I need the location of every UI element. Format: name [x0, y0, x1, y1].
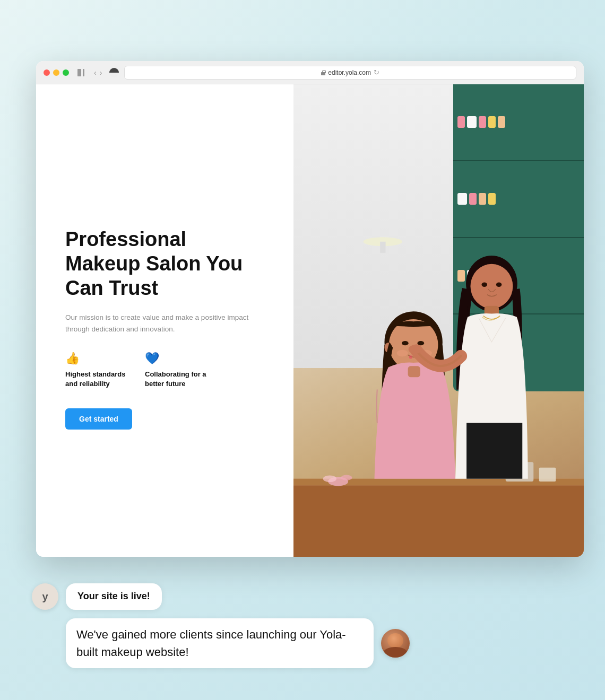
svg-point-26	[409, 355, 412, 358]
svg-point-7	[341, 475, 352, 480]
svg-point-16	[397, 350, 408, 357]
features-row: 👍 Highest standards and reliability 💙 Co…	[65, 352, 267, 389]
reload-icon[interactable]: ↻	[374, 68, 379, 76]
theme-icon	[109, 68, 119, 77]
svg-rect-4	[293, 485, 584, 557]
svg-point-23	[481, 282, 487, 286]
salon-svg	[293, 84, 584, 557]
forward-button[interactable]: ›	[100, 68, 102, 77]
hero-subtitle: Our mission is to create value and make …	[65, 312, 267, 335]
salon-scene	[293, 84, 584, 557]
svg-point-6	[323, 475, 336, 482]
address-bar[interactable]: editor.yola.com ↻	[124, 66, 576, 80]
feature-1: 👍 Highest standards and reliability	[65, 352, 129, 389]
browser-nav: ‹ ›	[94, 68, 102, 77]
svg-point-25	[409, 345, 422, 354]
feature-2: 💙 Collaborating for a better future	[145, 352, 209, 389]
yola-avatar: y	[32, 583, 58, 610]
second-chat-bubble: We've gained more clients since launchin…	[66, 618, 374, 668]
back-button[interactable]: ‹	[94, 68, 97, 77]
first-message-text: Your site is live!	[77, 591, 150, 601]
close-button[interactable]	[44, 69, 50, 76]
first-chat-bubble: Your site is live!	[66, 583, 162, 609]
right-panel	[293, 84, 584, 557]
chat-section: y Your site is live! We've gained more c…	[0, 557, 605, 700]
svg-point-24	[496, 282, 502, 286]
first-chat-row: y Your site is live!	[32, 583, 573, 610]
left-panel: Professional Makeup Salon You Can Trust …	[36, 84, 293, 557]
url-text: editor.yola.com	[328, 69, 371, 76]
second-chat-row: We've gained more clients since launchin…	[32, 618, 573, 668]
hero-title: Professional Makeup Salon You Can Trust	[65, 228, 267, 300]
get-started-button[interactable]: Get started	[65, 408, 132, 430]
svg-rect-22	[466, 423, 522, 479]
svg-point-20	[470, 264, 513, 309]
traffic-lights	[44, 69, 69, 76]
svg-point-14	[402, 341, 409, 345]
browser-toolbar: ‹ › editor.yola.com ↻	[36, 61, 584, 84]
heart-icon: 💙	[145, 352, 209, 365]
yola-avatar-letter: y	[42, 591, 48, 603]
feature-1-label: Highest standards and reliability	[65, 370, 129, 389]
svg-rect-18	[408, 366, 420, 377]
thumbs-up-icon: 👍	[65, 352, 129, 365]
user-avatar	[381, 629, 410, 658]
browser-window: ‹ › editor.yola.com ↻ Professional Makeu…	[36, 61, 584, 557]
browser-content: Professional Makeup Salon You Can Trust …	[36, 84, 584, 557]
lock-icon	[321, 70, 325, 75]
sidebar-toggle-icon[interactable]	[77, 69, 84, 76]
feature-2-label: Collaborating for a better future	[145, 370, 209, 389]
maximize-button[interactable]	[63, 69, 69, 76]
minimize-button[interactable]	[53, 69, 59, 76]
svg-rect-9	[539, 468, 556, 482]
svg-rect-1	[380, 242, 386, 253]
second-message-text: We've gained more clients since launchin…	[76, 628, 346, 659]
